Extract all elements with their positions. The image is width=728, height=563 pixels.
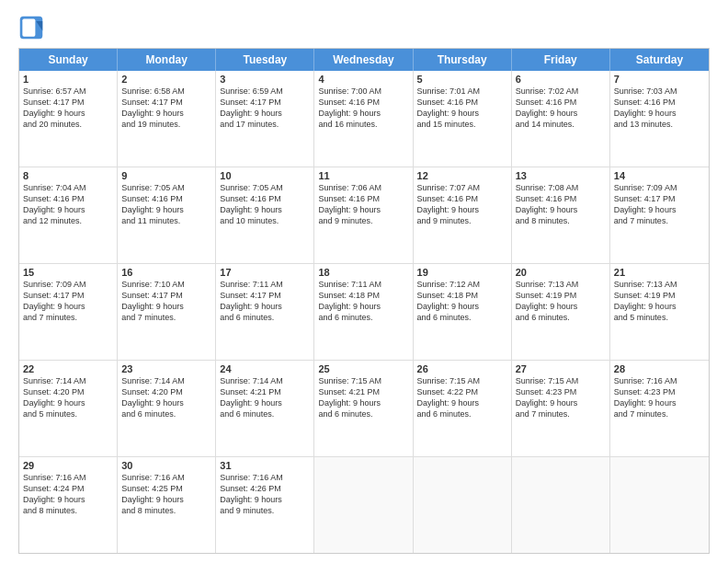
week-row-2: 8Sunrise: 7:04 AMSunset: 4:16 PMDaylight… (19, 167, 709, 264)
day-number: 23 (121, 363, 211, 374)
day-number: 24 (220, 363, 310, 374)
day-number: 28 (614, 363, 705, 374)
day-number: 29 (23, 460, 113, 471)
day-cell-24: 24Sunrise: 7:14 AMSunset: 4:21 PMDayligh… (216, 361, 314, 456)
day-number: 20 (516, 267, 606, 278)
empty-cell (414, 457, 512, 553)
day-info: Sunrise: 7:05 AMSunset: 4:16 PMDaylight:… (220, 182, 310, 227)
day-info: Sunrise: 7:16 AMSunset: 4:25 PMDaylight:… (121, 472, 211, 517)
day-number: 17 (220, 267, 310, 278)
day-cell-19: 19Sunrise: 7:12 AMSunset: 4:18 PMDayligh… (414, 264, 512, 360)
day-number: 11 (318, 170, 408, 181)
day-cell-25: 25Sunrise: 7:15 AMSunset: 4:21 PMDayligh… (314, 361, 413, 456)
day-cell-20: 20Sunrise: 7:13 AMSunset: 4:19 PMDayligh… (512, 264, 610, 360)
header-friday: Friday (512, 49, 610, 71)
day-cell-23: 23Sunrise: 7:14 AMSunset: 4:20 PMDayligh… (118, 361, 216, 456)
day-info: Sunrise: 6:57 AMSunset: 4:17 PMDaylight:… (23, 86, 113, 131)
day-info: Sunrise: 7:11 AMSunset: 4:17 PMDaylight:… (220, 279, 310, 324)
day-cell-27: 27Sunrise: 7:15 AMSunset: 4:23 PMDayligh… (512, 361, 610, 456)
day-info: Sunrise: 7:13 AMSunset: 4:19 PMDaylight:… (516, 279, 606, 324)
day-number: 25 (318, 363, 408, 374)
day-number: 13 (516, 170, 606, 181)
day-number: 16 (121, 267, 211, 278)
day-cell-1: 1Sunrise: 6:57 AMSunset: 4:17 PMDaylight… (19, 71, 118, 167)
day-number: 8 (23, 170, 113, 181)
header-thursday: Thursday (414, 49, 512, 71)
day-number: 31 (220, 460, 310, 471)
day-info: Sunrise: 7:01 AMSunset: 4:16 PMDaylight:… (417, 86, 507, 131)
day-cell-12: 12Sunrise: 7:07 AMSunset: 4:16 PMDayligh… (414, 167, 512, 263)
day-info: Sunrise: 7:11 AMSunset: 4:18 PMDaylight:… (318, 279, 408, 324)
day-info: Sunrise: 7:07 AMSunset: 4:16 PMDaylight:… (417, 182, 507, 227)
day-info: Sunrise: 7:04 AMSunset: 4:16 PMDaylight:… (23, 182, 113, 227)
day-number: 7 (614, 74, 705, 85)
day-cell-14: 14Sunrise: 7:09 AMSunset: 4:17 PMDayligh… (610, 167, 709, 263)
day-info: Sunrise: 7:14 AMSunset: 4:20 PMDaylight:… (23, 375, 113, 420)
day-cell-31: 31Sunrise: 7:16 AMSunset: 4:26 PMDayligh… (216, 457, 314, 553)
day-info: Sunrise: 7:15 AMSunset: 4:21 PMDaylight:… (318, 375, 408, 420)
day-cell-26: 26Sunrise: 7:15 AMSunset: 4:22 PMDayligh… (414, 361, 512, 456)
day-cell-5: 5Sunrise: 7:01 AMSunset: 4:16 PMDaylight… (414, 71, 512, 167)
day-number: 30 (121, 460, 211, 471)
day-number: 15 (23, 267, 113, 278)
day-number: 3 (220, 74, 310, 85)
header-sunday: Sunday (19, 49, 118, 71)
empty-cell (512, 457, 610, 553)
header-wednesday: Wednesday (314, 49, 413, 71)
day-info: Sunrise: 7:03 AMSunset: 4:16 PMDaylight:… (614, 86, 705, 131)
day-cell-30: 30Sunrise: 7:16 AMSunset: 4:25 PMDayligh… (118, 457, 216, 553)
day-info: Sunrise: 7:15 AMSunset: 4:23 PMDaylight:… (516, 375, 606, 420)
svg-rect-2 (22, 18, 35, 36)
week-row-4: 22Sunrise: 7:14 AMSunset: 4:20 PMDayligh… (19, 361, 709, 457)
day-info: Sunrise: 7:09 AMSunset: 4:17 PMDaylight:… (23, 279, 113, 324)
day-cell-8: 8Sunrise: 7:04 AMSunset: 4:16 PMDaylight… (19, 167, 118, 263)
day-info: Sunrise: 7:06 AMSunset: 4:16 PMDaylight:… (318, 182, 408, 227)
day-cell-22: 22Sunrise: 7:14 AMSunset: 4:20 PMDayligh… (19, 361, 118, 456)
day-number: 18 (318, 267, 408, 278)
day-info: Sunrise: 6:58 AMSunset: 4:17 PMDaylight:… (121, 86, 211, 131)
week-row-3: 15Sunrise: 7:09 AMSunset: 4:17 PMDayligh… (19, 264, 709, 361)
day-info: Sunrise: 7:10 AMSunset: 4:17 PMDaylight:… (121, 279, 211, 324)
day-number: 21 (614, 267, 705, 278)
day-number: 10 (220, 170, 310, 181)
logo (18, 15, 48, 40)
day-info: Sunrise: 7:15 AMSunset: 4:22 PMDaylight:… (417, 375, 507, 420)
day-number: 26 (417, 363, 507, 374)
day-number: 4 (318, 74, 408, 85)
calendar: SundayMondayTuesdayWednesdayThursdayFrid… (18, 48, 710, 554)
day-number: 22 (23, 363, 113, 374)
day-info: Sunrise: 7:05 AMSunset: 4:16 PMDaylight:… (121, 182, 211, 227)
day-info: Sunrise: 7:14 AMSunset: 4:20 PMDaylight:… (121, 375, 211, 420)
day-info: Sunrise: 7:16 AMSunset: 4:23 PMDaylight:… (614, 375, 705, 420)
day-info: Sunrise: 7:08 AMSunset: 4:16 PMDaylight:… (516, 182, 606, 227)
day-info: Sunrise: 7:09 AMSunset: 4:17 PMDaylight:… (614, 182, 705, 227)
day-info: Sunrise: 7:14 AMSunset: 4:21 PMDaylight:… (220, 375, 310, 420)
day-info: Sunrise: 7:00 AMSunset: 4:16 PMDaylight:… (318, 86, 408, 131)
day-number: 9 (121, 170, 211, 181)
day-number: 6 (516, 74, 606, 85)
day-cell-28: 28Sunrise: 7:16 AMSunset: 4:23 PMDayligh… (610, 361, 709, 456)
calendar-header: SundayMondayTuesdayWednesdayThursdayFrid… (19, 49, 709, 71)
day-info: Sunrise: 7:02 AMSunset: 4:16 PMDaylight:… (516, 86, 606, 131)
day-number: 12 (417, 170, 507, 181)
day-cell-16: 16Sunrise: 7:10 AMSunset: 4:17 PMDayligh… (118, 264, 216, 360)
day-info: Sunrise: 7:16 AMSunset: 4:26 PMDaylight:… (220, 472, 310, 517)
day-info: Sunrise: 7:13 AMSunset: 4:19 PMDaylight:… (614, 279, 705, 324)
day-info: Sunrise: 7:12 AMSunset: 4:18 PMDaylight:… (417, 279, 507, 324)
header-tuesday: Tuesday (216, 49, 314, 71)
day-cell-10: 10Sunrise: 7:05 AMSunset: 4:16 PMDayligh… (216, 167, 314, 263)
day-cell-4: 4Sunrise: 7:00 AMSunset: 4:16 PMDaylight… (314, 71, 413, 167)
day-cell-17: 17Sunrise: 7:11 AMSunset: 4:17 PMDayligh… (216, 264, 314, 360)
day-info: Sunrise: 7:16 AMSunset: 4:24 PMDaylight:… (23, 472, 113, 517)
day-info: Sunrise: 6:59 AMSunset: 4:17 PMDaylight:… (220, 86, 310, 131)
day-number: 14 (614, 170, 705, 181)
empty-cell (314, 457, 413, 553)
empty-cell (610, 457, 709, 553)
day-cell-3: 3Sunrise: 6:59 AMSunset: 4:17 PMDaylight… (216, 71, 314, 167)
calendar-body: 1Sunrise: 6:57 AMSunset: 4:17 PMDaylight… (19, 71, 709, 553)
logo-icon (18, 15, 44, 40)
day-number: 5 (417, 74, 507, 85)
day-cell-15: 15Sunrise: 7:09 AMSunset: 4:17 PMDayligh… (19, 264, 118, 360)
day-cell-9: 9Sunrise: 7:05 AMSunset: 4:16 PMDaylight… (118, 167, 216, 263)
day-cell-13: 13Sunrise: 7:08 AMSunset: 4:16 PMDayligh… (512, 167, 610, 263)
